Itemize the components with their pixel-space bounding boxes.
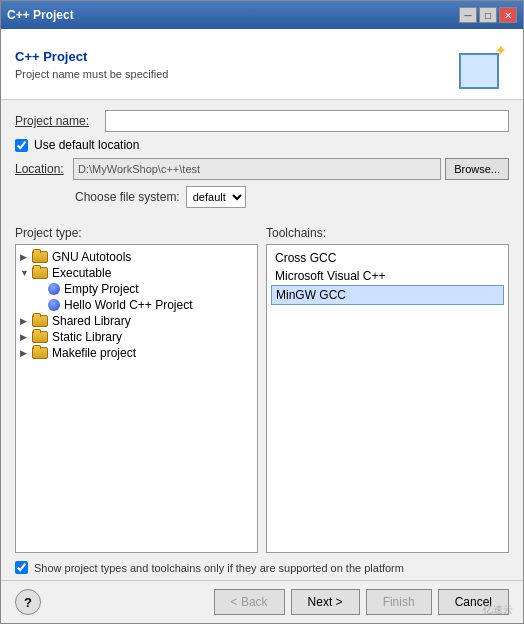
- project-name-row: Project name:: [15, 110, 509, 132]
- project-type-panel: Project type: ▶ GNU Autotools ▼ Executab…: [15, 226, 258, 553]
- toolchain-microsoft-visual-cpp[interactable]: Microsoft Visual C++: [271, 267, 504, 285]
- tree-item-hello-world[interactable]: Hello World C++ Project: [36, 297, 253, 313]
- nav-buttons: < Back Next > Finish Cancel: [214, 589, 509, 615]
- finish-button[interactable]: Finish: [366, 589, 432, 615]
- location-label: Location:: [15, 162, 73, 176]
- use-default-location-row: Use default location: [15, 138, 509, 152]
- tree-item-label: Makefile project: [52, 346, 136, 360]
- wizard-icon: ✦: [459, 39, 509, 89]
- folder-icon: [32, 251, 48, 263]
- filesystem-row: Choose file system: default: [15, 186, 509, 208]
- arrow-icon: ▶: [20, 252, 32, 262]
- toolchains-label: Toolchains:: [266, 226, 509, 240]
- toolchains-panel: Toolchains: Cross GCC Microsoft Visual C…: [266, 226, 509, 553]
- filesystem-select[interactable]: default: [186, 186, 246, 208]
- tree-item-static-library[interactable]: ▶ Static Library: [20, 329, 253, 345]
- folder-icon: [32, 331, 48, 343]
- footer-checkbox-row: Show project types and toolchains only i…: [1, 553, 523, 580]
- button-bar: ? < Back Next > Finish Cancel: [1, 580, 523, 623]
- tree-item-makefile-project[interactable]: ▶ Makefile project: [20, 345, 253, 361]
- toolchain-mingw-gcc[interactable]: MinGW GCC: [271, 285, 504, 305]
- tree-item-label: GNU Autotools: [52, 250, 131, 264]
- project-type-label: Project type:: [15, 226, 258, 240]
- tree-item-gnu-autotools[interactable]: ▶ GNU Autotools: [20, 249, 253, 265]
- tree-item-empty-project[interactable]: Empty Project: [36, 281, 253, 297]
- folder-icon: [32, 315, 48, 327]
- titlebar: C++ Project ─ □ ✕: [1, 1, 523, 29]
- minimize-button[interactable]: ─: [459, 7, 477, 23]
- close-button[interactable]: ✕: [499, 7, 517, 23]
- arrow-icon: ▶: [20, 348, 32, 358]
- tree-item-label: Hello World C++ Project: [64, 298, 193, 312]
- project-type-tree[interactable]: ▶ GNU Autotools ▼ Executable Empty Proje…: [15, 244, 258, 553]
- wizard-subtitle: Project name must be specified: [15, 68, 168, 80]
- tree-item-executable[interactable]: ▼ Executable: [20, 265, 253, 281]
- arrow-icon: ▶: [20, 316, 32, 326]
- use-default-location-label: Use default location: [34, 138, 139, 152]
- folder-icon: [32, 267, 48, 279]
- arrow-icon: ▼: [20, 268, 32, 278]
- window-title: C++ Project: [7, 8, 74, 22]
- maximize-button[interactable]: □: [479, 7, 497, 23]
- use-default-location-checkbox[interactable]: [15, 139, 28, 152]
- tree-item-label: Empty Project: [64, 282, 139, 296]
- header-text: C++ Project Project name must be specifi…: [15, 49, 168, 80]
- form-area: Project name: Use default location Locat…: [1, 100, 523, 226]
- tree-item-label: Executable: [52, 266, 111, 280]
- titlebar-controls: ─ □ ✕: [459, 7, 517, 23]
- back-button[interactable]: < Back: [214, 589, 285, 615]
- header-panel: C++ Project Project name must be specifi…: [1, 29, 523, 100]
- help-button[interactable]: ?: [15, 589, 41, 615]
- tree-item-label: Static Library: [52, 330, 122, 344]
- tree-item-label: Shared Library: [52, 314, 131, 328]
- next-button[interactable]: Next >: [291, 589, 360, 615]
- browse-button[interactable]: Browse...: [445, 158, 509, 180]
- tree-item-shared-library[interactable]: ▶ Shared Library: [20, 313, 253, 329]
- arrow-icon: ▶: [20, 332, 32, 342]
- project-name-label: Project name:: [15, 114, 105, 128]
- toolchains-list[interactable]: Cross GCC Microsoft Visual C++ MinGW GCC: [266, 244, 509, 553]
- filesystem-label: Choose file system:: [75, 190, 180, 204]
- wizard-title: C++ Project: [15, 49, 168, 64]
- blue-dot-icon: [48, 283, 60, 295]
- folder-icon: [32, 347, 48, 359]
- blue-dot-icon: [48, 299, 60, 311]
- icon-shape: [459, 53, 499, 89]
- panels-area: Project type: ▶ GNU Autotools ▼ Executab…: [1, 226, 523, 553]
- location-row: Location: Browse...: [15, 158, 509, 180]
- main-window: C++ Project ─ □ ✕ C++ Project Project na…: [0, 0, 524, 624]
- show-supported-label: Show project types and toolchains only i…: [34, 562, 404, 574]
- show-supported-checkbox[interactable]: [15, 561, 28, 574]
- watermark: 亿速云: [483, 603, 513, 617]
- project-name-input[interactable]: [105, 110, 509, 132]
- location-input[interactable]: [73, 158, 441, 180]
- toolchain-cross-gcc[interactable]: Cross GCC: [271, 249, 504, 267]
- sparkle-icon: ✦: [494, 41, 507, 60]
